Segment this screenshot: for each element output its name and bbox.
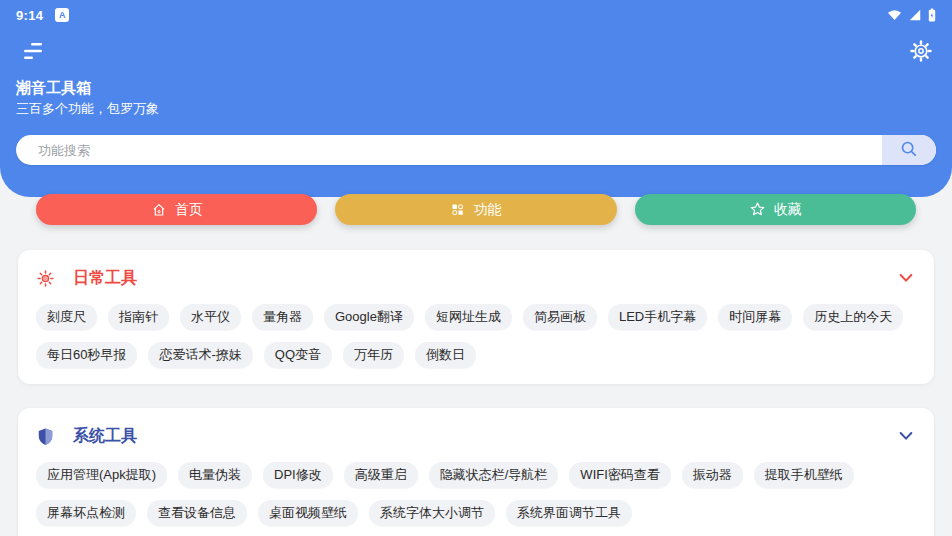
section-header: 日常工具 [36,266,916,290]
shield-icon [36,427,55,446]
status-bar: 9:14 A [16,0,936,28]
tool-chip[interactable]: 倒数日 [415,342,476,368]
sun-icon [36,269,55,288]
status-bar-right [887,8,936,22]
tab-features[interactable]: 功能 [335,194,616,225]
tool-chip[interactable]: 提取手机壁纸 [754,462,854,488]
chip-row: 每日60秒早报恋爱话术-撩妹QQ变音万年历倒数日 [36,342,916,368]
tool-chip[interactable]: DPI修改 [263,462,333,488]
app-screen: 9:14 A [0,0,952,536]
home-icon [151,202,167,218]
tool-chip[interactable]: 桌面视频壁纸 [258,500,358,526]
tab-bar: 首页 功能 收藏 [0,194,952,225]
tool-chip[interactable]: WIFI密码查看 [569,462,670,488]
chevron-down-icon [898,429,914,444]
tool-chip[interactable]: 振动器 [682,462,743,488]
status-bar-left: 9:14 A [16,8,69,23]
page-subtitle: 三百多个功能，包罗万象 [16,101,936,117]
tab-home[interactable]: 首页 [36,194,317,225]
tool-chip[interactable]: 应用管理(Apk提取) [36,462,167,488]
menu-button[interactable] [16,36,50,69]
chip-row: 刻度尺指南针水平仪量角器Google翻译短网址生成简易画板LED手机字幕时间屏幕… [36,304,916,330]
tool-chip[interactable]: 电量伪装 [178,462,252,488]
tool-chip[interactable]: 水平仪 [180,304,241,330]
settings-button[interactable] [906,36,936,69]
wifi-icon [887,9,902,21]
tool-chip[interactable]: 量角器 [252,304,313,330]
page-title: 潮音工具箱 [16,78,936,97]
tool-chip[interactable]: 万年历 [343,342,404,368]
tab-label: 首页 [175,201,203,219]
section-header: 系统工具 [36,424,916,448]
tab-label: 收藏 [774,201,802,219]
tool-chip[interactable]: 每日60秒早报 [36,342,137,368]
battery-icon [928,8,936,22]
tool-chip[interactable]: 简易画板 [523,304,597,330]
menu-icon [20,40,46,65]
collapse-section-button[interactable] [896,269,916,288]
search-bar [16,135,936,165]
chip-row: 应用管理(Apk提取)电量伪装DPI修改高级重启隐藏状态栏/导航栏WIFI密码查… [36,462,916,488]
tool-chip[interactable]: Google翻译 [324,304,414,330]
tool-chip[interactable]: 时间屏幕 [718,304,792,330]
chip-list: 应用管理(Apk提取)电量伪装DPI修改高级重启隐藏状态栏/导航栏WIFI密码查… [36,462,916,526]
tool-chip[interactable]: 指南针 [108,304,169,330]
tool-chip[interactable]: 高级重启 [344,462,418,488]
tool-chip[interactable]: 查看设备信息 [147,500,247,526]
section-title: 系统工具 [73,426,137,447]
signal-icon [908,9,922,21]
tool-chip[interactable]: 短网址生成 [425,304,512,330]
tab-favorites[interactable]: 收藏 [635,194,916,225]
header-toolbar [16,34,936,70]
tool-chip[interactable]: 系统字体大小调节 [369,500,495,526]
section-title: 日常工具 [73,268,137,289]
tool-chip[interactable]: 隐藏状态栏/导航栏 [429,462,559,488]
grid-icon [450,202,465,217]
chip-list: 刻度尺指南针水平仪量角器Google翻译短网址生成简易画板LED手机字幕时间屏幕… [36,304,916,368]
status-time: 9:14 [16,8,43,23]
section-daily-tools: 日常工具 刻度尺指南针水平仪量角器Google翻译短网址生成简易画板LED手机字… [18,250,934,384]
tool-chip[interactable]: QQ变音 [264,342,332,368]
search-icon [899,139,919,162]
star-icon [749,201,766,218]
tool-chip[interactable]: LED手机字幕 [608,304,707,330]
notification-app-icon: A [55,8,69,22]
tool-chip[interactable]: 历史上的今天 [803,304,903,330]
collapse-section-button[interactable] [896,427,916,446]
chevron-down-icon [898,271,914,286]
chip-row: 屏幕坏点检测查看设备信息桌面视频壁纸系统字体大小调节系统界面调节工具 [36,500,916,526]
gear-icon [910,40,932,65]
search-input[interactable] [16,135,882,165]
section-system-tools: 系统工具 应用管理(Apk提取)电量伪装DPI修改高级重启隐藏状态栏/导航栏WI… [18,408,934,536]
app-header: 9:14 A [0,0,952,197]
tab-label: 功能 [473,201,501,219]
tool-chip[interactable]: 恋爱话术-撩妹 [148,342,252,368]
tool-chip[interactable]: 刻度尺 [36,304,97,330]
tool-chip[interactable]: 屏幕坏点检测 [36,500,136,526]
tool-chip[interactable]: 系统界面调节工具 [506,500,632,526]
search-button[interactable] [882,135,936,165]
